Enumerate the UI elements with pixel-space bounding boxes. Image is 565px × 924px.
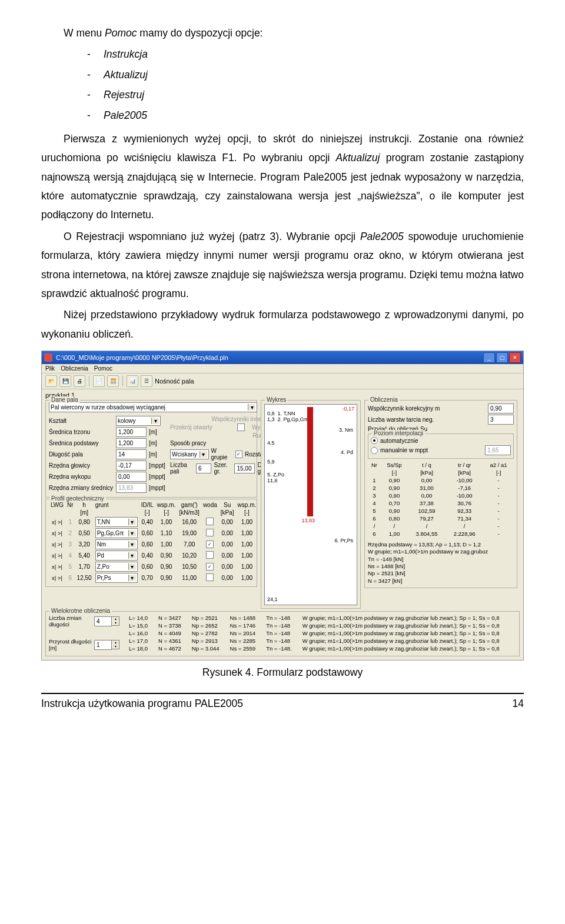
bullet-item: Aktualizuj: [104, 65, 148, 84]
bullet-list: -Instrukcja -Aktualizuj -Rejestruj -Pale…: [87, 45, 524, 125]
p2-em: Aktualizuj: [336, 152, 380, 164]
app-window: C:\000_MD\Moje programy\0000 NP2005\Płyt…: [41, 351, 524, 661]
titlebar[interactable]: C:\000_MD\Moje programy\0000 NP2005\Płyt…: [42, 351, 523, 364]
width-input[interactable]: 15,00: [234, 463, 255, 473]
pile-type-select[interactable]: Pal wiercony w rurze obsadowej wyciągane…: [49, 402, 257, 412]
group-checkbox[interactable]: ✓: [235, 451, 242, 458]
p1-tail: mamy do dyspozycji opcje:: [137, 27, 263, 39]
group-wykres: Wykres -0,17 0,8 1. T,NN 1,3 2. Pg,Gp,Gπ…: [261, 400, 361, 609]
footer-left: Instrukcja użytkowania programu PALE2005: [41, 698, 243, 710]
table-row: L= 16,0N = 4049Np = 2782Ns = 2014Tn = -1…: [124, 630, 504, 636]
group-wielokrotne: Wielokrotne obliczenia Liczba zmian dług…: [45, 611, 520, 656]
table-row: 10,900,00-10,00-: [368, 476, 514, 484]
calc-icon[interactable]: 🧮: [107, 375, 119, 387]
radio-auto[interactable]: [371, 437, 378, 444]
checkbox: [237, 423, 245, 431]
app-icon: [44, 353, 52, 362]
table-row: 50,90102,5992,33-: [368, 507, 514, 515]
change-level-input: 13,83: [116, 483, 147, 493]
corr-coef-input[interactable]: 0,90: [488, 403, 514, 413]
table-row: 60,8079,2771,34-: [368, 515, 514, 522]
group-profil: Profil geotechniczny LWG Nr h grunt ID/I…: [45, 499, 257, 587]
p1-lead: W menu: [64, 27, 105, 39]
table-row: x| >|45,40Pd▾0,400,9010,200,001,00: [49, 550, 258, 561]
minimize-button[interactable]: _: [483, 352, 495, 363]
table-row: x| >|33,20Nm▾0,601,007,00✓0,001,00: [49, 539, 258, 550]
bullet-item: Instrukcja: [104, 45, 148, 64]
maximize-button[interactable]: ▢: [496, 352, 508, 363]
base-diam-input[interactable]: 1,200: [116, 438, 147, 448]
toolbar-label: Nośność pala: [155, 378, 194, 385]
new-icon[interactable]: 📄: [93, 375, 105, 387]
bullet-item: Pale2005: [104, 106, 147, 125]
list-icon[interactable]: ☰: [141, 375, 152, 387]
p3-a: O Rejestracji wspomniano już wyżej (patr…: [64, 231, 360, 242]
body-text: W menu Pomoc mamy do dyspozycji opcje: -…: [41, 24, 524, 343]
print-icon[interactable]: 🖨: [74, 375, 85, 387]
table-row: L= 15,0N = 3738Np = 2652Ns = 1746Tn = -1…: [124, 622, 504, 629]
footer-rule: [41, 693, 524, 694]
pile-chart: -0,17 0,8 1. T,NN 1,3 2. Pg,Gp,Gπ 3. Nm …: [264, 404, 357, 605]
table-row: x| >|51,70Z,Po▾0,600,9010,50✓0,001,00: [49, 561, 258, 572]
table-row: ////-: [368, 522, 514, 530]
menubar: Plik Obliczenia Pomoc: [42, 364, 523, 373]
menu-item[interactable]: Plik: [45, 365, 55, 372]
table-row: 61,003.804,552.228,96-: [368, 530, 514, 538]
table-row: x| >|612,50Pr,Ps▾0,700,9011,000,001,00: [49, 572, 258, 583]
close-button[interactable]: ✕: [509, 352, 521, 363]
shape-select[interactable]: kolowy▾: [116, 416, 161, 426]
table-row: L= 17,0N = 4361Np = 2913Ns = 2285Tn = -1…: [124, 638, 504, 644]
table-row: L= 14,0N = 3427Np = 2521Ns = 1488Tn = -1…: [124, 615, 504, 621]
p1-em: Pomoc: [105, 27, 137, 39]
radio-manual[interactable]: [371, 447, 378, 454]
excav-level-input[interactable]: 0,00: [116, 472, 147, 482]
results-text: Rzędna podstawy = 13,83; Ap = 1,13; D = …: [368, 541, 514, 585]
table-row: 30,900,00-10,00-: [368, 492, 514, 499]
chart-icon[interactable]: 📊: [127, 375, 138, 387]
head-level-input[interactable]: -0,17: [116, 461, 147, 471]
open-icon[interactable]: 📂: [45, 375, 57, 387]
bullet-item: Rejestruj: [104, 85, 144, 104]
menu-item[interactable]: Obliczenia: [61, 365, 88, 372]
table-row: x| >|20,50Pg,Gp,Gπ▾0,601,1019,000,001,00: [49, 528, 258, 539]
len-changes-spinner[interactable]: 4▴▾: [94, 616, 119, 626]
window-title: C:\000_MD\Moje programy\0000 NP2005\Płyt…: [56, 354, 228, 361]
group-obliczenia: Obliczenia Współczynnik korekcyjny m0,90…: [364, 400, 517, 588]
length-input[interactable]: 14: [116, 449, 147, 459]
multi-calc-table: L= 14,0N = 3427Np = 2521Ns = 1488Tn = -1…: [123, 613, 505, 653]
chevron-down-icon: ▾: [248, 404, 255, 411]
trunk-diam-input[interactable]: 1,200: [116, 427, 147, 437]
footer-page: 14: [513, 698, 524, 710]
pile-shaft: [307, 407, 313, 516]
figure-caption: Rysunek 4. Formularz podstawowy: [41, 666, 524, 679]
menu-item[interactable]: Pomoc: [94, 365, 112, 372]
p4: Niżej przedstawiono przykładowy wydruk f…: [41, 305, 524, 343]
toolbar: 📂 💾 🖨 📄 🧮 📊 ☰ Nośność pala: [42, 373, 523, 389]
page-footer: Instrukcja użytkowania programu PALE2005…: [41, 696, 524, 710]
table-row: 40,7037,3830,76-: [368, 499, 514, 507]
table-row: L= 18,0N = 4672Np = 3.044Ns = 2559Tn = -…: [124, 645, 504, 652]
group-dane-pala: Dane pala Pal wiercony w rurze obsadowej…: [45, 400, 257, 498]
document-page: W menu Pomoc mamy do dyspozycji opcje: -…: [0, 0, 565, 733]
count-input[interactable]: 6: [196, 463, 212, 473]
table-row: x| >|10,80T,NN▾0,401,0016,000,001,00: [49, 516, 258, 528]
save-icon[interactable]: 💾: [59, 375, 71, 387]
table-row: 20,9031,00-7,16-: [368, 484, 514, 492]
len-step-spinner[interactable]: 1▴▾: [94, 640, 119, 650]
p3-em: Pale2005: [360, 231, 404, 242]
neg-layers-input[interactable]: 3: [488, 415, 514, 425]
mode-select[interactable]: Wciskany▾: [170, 449, 209, 459]
